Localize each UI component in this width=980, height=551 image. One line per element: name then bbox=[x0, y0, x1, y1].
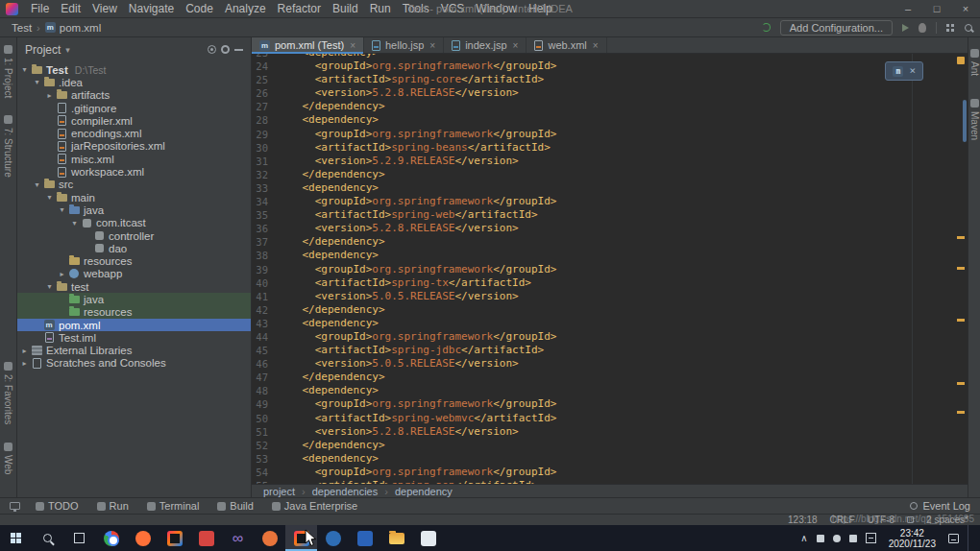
taskbar-app-firefox[interactable] bbox=[127, 525, 159, 551]
tool-window-button-ant[interactable]: Ant bbox=[969, 49, 980, 76]
toolwindow-button-terminal[interactable]: Terminal bbox=[147, 500, 200, 512]
tree-item-misc-xml[interactable]: misc.xml bbox=[17, 153, 251, 165]
tool-window-switcher-icon[interactable] bbox=[10, 502, 20, 510]
toolwindow-button-build[interactable]: Build bbox=[217, 500, 253, 512]
tree-item-java[interactable]: ▾java bbox=[17, 204, 251, 216]
tray-icon-3[interactable] bbox=[849, 535, 857, 542]
tray-icon-1[interactable] bbox=[817, 535, 824, 542]
menu-item-refactor[interactable]: Refactor bbox=[272, 0, 327, 18]
file-encoding[interactable]: UTF-8 bbox=[868, 515, 894, 525]
indent-setting[interactable]: 2 spaces* bbox=[926, 515, 968, 525]
taskbar-app-intellij-active[interactable] bbox=[285, 525, 317, 551]
gear-icon[interactable] bbox=[221, 45, 230, 54]
search-everywhere-icon[interactable] bbox=[965, 24, 972, 32]
tree-item-src[interactable]: ▾src bbox=[17, 179, 251, 191]
run-icon[interactable] bbox=[902, 24, 909, 32]
maximize-button[interactable]: □ bbox=[922, 0, 951, 17]
taskbar-app-app-blue-square[interactable] bbox=[349, 525, 380, 551]
toolwindow-button-run[interactable]: Run bbox=[97, 500, 129, 512]
start-button[interactable] bbox=[0, 525, 32, 551]
taskbar-app-file-explorer[interactable] bbox=[380, 525, 412, 551]
tree-item-test-iml[interactable]: Test.iml bbox=[17, 331, 251, 344]
locate-file-icon[interactable] bbox=[208, 45, 216, 54]
stripe-mark[interactable] bbox=[957, 319, 965, 322]
load-maven-changes-icon[interactable] bbox=[762, 23, 771, 32]
menu-item-navigate[interactable]: Navigate bbox=[123, 0, 180, 18]
event-log-button[interactable]: Event Log bbox=[910, 500, 970, 512]
tree-item-external-libraries[interactable]: ▸External Libraries bbox=[17, 345, 251, 357]
tree-item-webapp[interactable]: ▸webapp bbox=[17, 268, 251, 280]
tree-item-pom-xml[interactable]: mpom.xml bbox=[17, 319, 251, 331]
add-configuration-button[interactable]: Add Configuration... bbox=[780, 20, 893, 36]
tree-item-resources[interactable]: resources bbox=[17, 306, 251, 319]
tool-window-button-maven[interactable]: Maven bbox=[969, 99, 980, 140]
tree-item-encodings-xml[interactable]: encodings.xml bbox=[17, 127, 251, 139]
hide-tool-window-icon[interactable] bbox=[234, 49, 243, 51]
tree-chevron-icon[interactable]: ▸ bbox=[57, 270, 67, 278]
menu-item-edit[interactable]: Edit bbox=[55, 0, 86, 18]
tree-item-workspace-xml[interactable]: workspace.xml bbox=[17, 165, 251, 178]
menu-item-build[interactable]: Build bbox=[327, 0, 364, 18]
stripe-mark[interactable] bbox=[957, 411, 965, 414]
menu-item-analyze[interactable]: Analyze bbox=[219, 0, 272, 18]
close-button[interactable]: × bbox=[951, 0, 980, 17]
toolwindow-button-todo[interactable]: TODO bbox=[36, 500, 79, 512]
stripe-mark[interactable] bbox=[957, 236, 965, 239]
toolwindow-button-java-enterprise[interactable]: Java Enterprise bbox=[272, 500, 357, 512]
tree-item-artifacts[interactable]: ▸artifacts bbox=[17, 89, 251, 102]
tree-item-idea[interactable]: ▾.idea bbox=[17, 76, 251, 88]
taskbar-app-app-red[interactable] bbox=[190, 525, 222, 551]
close-tab-icon[interactable]: × bbox=[429, 40, 435, 51]
editor-tab-pom-xml-test[interactable]: mpom.xml (Test)× bbox=[252, 37, 364, 53]
line-separator[interactable]: CRLF bbox=[830, 515, 855, 525]
tree-chevron-icon[interactable]: ▾ bbox=[32, 78, 42, 86]
tree-chevron-icon[interactable]: ▾ bbox=[57, 205, 67, 214]
tree-item-jarrepositories-xml[interactable]: jarRepositories.xml bbox=[17, 140, 251, 153]
menu-item-view[interactable]: View bbox=[86, 0, 123, 18]
close-icon[interactable]: × bbox=[909, 64, 916, 78]
task-view-button[interactable] bbox=[63, 525, 95, 551]
tree-item-com-itcast[interactable]: ▾com.itcast bbox=[17, 217, 251, 229]
minimize-button[interactable]: – bbox=[894, 0, 922, 17]
close-tab-icon[interactable]: × bbox=[593, 40, 599, 51]
code-editor[interactable]: 23 <dependency>24 <groupId>org.springfra… bbox=[252, 54, 968, 484]
project-structure-icon[interactable] bbox=[946, 24, 949, 27]
tree-chevron-icon[interactable]: ▾ bbox=[69, 219, 80, 228]
scrollbar-thumb[interactable] bbox=[963, 100, 967, 142]
taskbar-app-chrome[interactable] bbox=[95, 525, 127, 551]
menu-item-file[interactable]: File bbox=[25, 0, 55, 18]
breadcrumb-dependencies[interactable]: dependencies bbox=[312, 486, 379, 497]
editor-tab-web-xml[interactable]: web.xml× bbox=[527, 37, 606, 53]
stripe-mark[interactable] bbox=[957, 382, 965, 385]
tree-item-resources[interactable]: resources bbox=[17, 254, 251, 267]
tree-chevron-icon[interactable]: ▾ bbox=[44, 193, 55, 202]
action-center-icon[interactable] bbox=[948, 534, 959, 543]
tree-chevron-icon[interactable]: ▾ bbox=[44, 282, 55, 291]
stripe-mark[interactable] bbox=[957, 267, 965, 270]
project-view-title[interactable]: Project bbox=[25, 43, 61, 57]
tree-chevron-icon[interactable]: ▸ bbox=[44, 91, 55, 100]
tool-window-button-2-favorites[interactable]: 2: Favorites bbox=[3, 362, 13, 424]
editor-tab-hello-jsp[interactable]: hello.jsp× bbox=[364, 37, 444, 53]
taskbar-app-app-blue-circle[interactable] bbox=[317, 525, 349, 551]
show-desktop-button[interactable] bbox=[968, 525, 972, 551]
taskbar-app-app-notes[interactable] bbox=[412, 525, 444, 551]
tree-chevron-icon[interactable]: ▾ bbox=[19, 65, 30, 74]
tree-item-gitignore[interactable]: .gitignore bbox=[17, 102, 251, 114]
nav-project[interactable]: Test bbox=[12, 22, 32, 34]
nav-file[interactable]: pom.xml bbox=[60, 22, 101, 34]
editor-tab-index-jsp[interactable]: index.jsp× bbox=[444, 37, 527, 53]
caret-position[interactable]: 123:18 bbox=[788, 515, 818, 525]
tool-window-button-1-project[interactable]: 1: Project bbox=[3, 45, 13, 98]
tree-item-scratches-and-consoles[interactable]: ▸Scratches and Consoles bbox=[17, 357, 251, 370]
menu-item-code[interactable]: Code bbox=[180, 0, 219, 18]
tree-chevron-icon[interactable]: ▾ bbox=[32, 180, 42, 189]
tree-chevron-icon[interactable]: ▸ bbox=[19, 347, 30, 355]
tree-item-controller[interactable]: controller bbox=[17, 229, 251, 242]
menu-item-run[interactable]: Run bbox=[364, 0, 397, 18]
hidden-icons-chevron[interactable]: ∧ bbox=[800, 533, 807, 543]
breadcrumb-project[interactable]: project bbox=[263, 486, 295, 497]
tool-window-button-7-structure[interactable]: 7: Structure bbox=[3, 115, 13, 178]
breadcrumb-dependency[interactable]: dependency bbox=[395, 486, 453, 497]
taskbar-search-button[interactable] bbox=[32, 525, 63, 551]
